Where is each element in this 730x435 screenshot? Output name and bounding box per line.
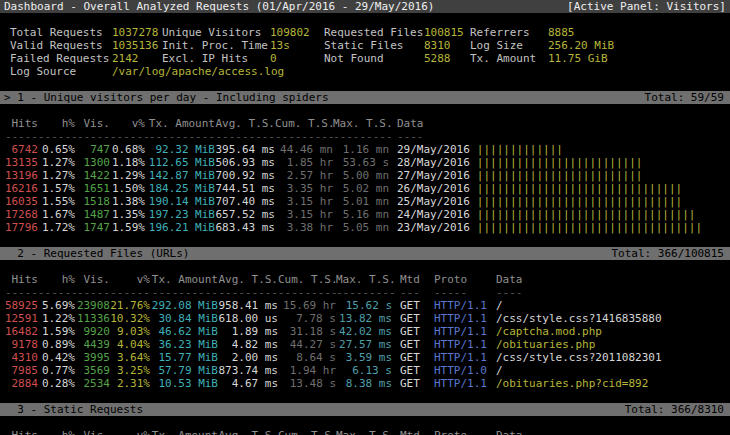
file-row[interactable]: 125911.22%1133610.32%30.84 MiB618.00 us7… <box>0 312 730 325</box>
visitors-cell: 1487 <box>75 208 110 221</box>
spacer <box>0 234 730 247</box>
separator: ----- <box>75 286 110 299</box>
max-ts-cell: 27.57 ms <box>336 338 392 351</box>
hits-percent-cell: 1.55% <box>38 195 75 208</box>
cum-ts-cell: 44.46 mn <box>275 143 333 156</box>
protocol-cell: HTTP/1.1 <box>428 325 488 338</box>
bar-chart: ||||||||||||||||||||||||| <box>477 156 643 169</box>
max-ts-cell: 13.82 ms <box>336 312 392 325</box>
column-headers: Hitsh%Vis.v%Tx. AmountAvg. T.S.Cum. T.S.… <box>0 273 730 286</box>
column-header: Vis. <box>75 117 110 130</box>
file-row[interactable]: 589255.69%2390821.76%292.08 MiB958.41 ms… <box>0 299 730 312</box>
avg-ts-cell: 683.43 ms <box>215 221 275 234</box>
tx-amount-cell: 10.53 MiB <box>150 377 218 390</box>
avg-ts-cell: 4.67 ms <box>218 377 278 390</box>
column-header: Tx. Amount <box>150 273 218 286</box>
hits-cell: 17268 <box>0 208 38 221</box>
visitors-percent-cell: 10.32% <box>110 312 150 325</box>
max-ts-cell: 5.00 mn <box>333 169 389 182</box>
hits-percent-cell: 0.89% <box>38 338 75 351</box>
visitors-percent-cell: 0.68% <box>110 143 145 156</box>
column-header: Hits <box>0 117 38 130</box>
visitors-cell: 1651 <box>75 182 110 195</box>
protocol-cell: HTTP/1.1 <box>428 299 488 312</box>
column-header: Max. T.S. <box>336 273 392 286</box>
hits-cell: 13196 <box>0 169 38 182</box>
hits-cell: 17796 <box>0 221 38 234</box>
hits-cell: 6742 <box>0 143 38 156</box>
hits-cell: 16216 <box>0 182 38 195</box>
column-header: Cum. T.S. <box>278 429 336 435</box>
visitors-percent-cell: 1.29% <box>110 169 145 182</box>
hits-percent-cell: 1.27% <box>38 169 75 182</box>
avg-ts-cell: 958.41 ms <box>218 299 278 312</box>
hits-percent-cell: 1.72% <box>38 221 75 234</box>
column-header: Avg. T.S. <box>218 429 278 435</box>
summary-value: 13s <box>270 39 324 52</box>
file-row[interactable]: 79850.77%35693.25%57.79 MiB873.74 ms1.94… <box>0 364 730 377</box>
max-ts-cell: 42.02 ms <box>336 325 392 338</box>
max-ts-cell: 8.38 ms <box>336 377 392 390</box>
summary-value: 1037278 <box>112 26 162 39</box>
hits-percent-cell: 1.27% <box>38 156 75 169</box>
separator: --------- <box>336 286 392 299</box>
visitors-percent-cell: 1.35% <box>110 208 145 221</box>
summary-label: Not Found <box>324 52 424 65</box>
request-path-cell: /obituaries.php?cid=892 <box>488 377 730 390</box>
column-header: Cum. T.S. <box>278 273 336 286</box>
hits-cell: 16482 <box>0 325 38 338</box>
panel-header-static-requests[interactable]: 3 - Static Requests Total: 366/8310 <box>0 403 730 416</box>
file-row[interactable]: 43100.42%39953.64%15.77 MiB2.00 ms8.64 s… <box>0 351 730 364</box>
file-row[interactable]: 164821.59%99209.03%46.62 MiB1.89 ms31.18… <box>0 325 730 338</box>
avg-ts-cell: 506.93 ms <box>215 156 275 169</box>
separator: ------ <box>38 130 75 143</box>
hits-percent-cell: 0.28% <box>38 377 75 390</box>
file-row[interactable]: 91780.89%44394.04%36.23 MiB4.82 ms44.27 … <box>0 338 730 351</box>
request-path-cell: / <box>488 299 730 312</box>
cum-ts-cell: 3.15 hr <box>275 195 333 208</box>
column-header: h% <box>38 273 75 286</box>
summary-label: Tx. Amount <box>470 52 548 65</box>
summary-value: /var/log/apache/access.log <box>112 65 162 78</box>
cum-ts-cell: 3.35 hr <box>275 182 333 195</box>
summary-row: Total Requests1037278Unique Visitors1098… <box>0 26 730 39</box>
summary-value: 5288 <box>424 52 470 65</box>
summary-label: Unique Visitors <box>162 26 270 39</box>
avg-ts-cell: 618.00 us <box>218 312 278 325</box>
tx-amount-cell: 112.65 MiB <box>145 156 215 169</box>
visitor-row[interactable]: 177961.72%17471.59%196.21 MiB683.43 ms3.… <box>0 221 730 234</box>
column-header: v% <box>110 429 150 435</box>
method-cell: GET <box>392 325 428 338</box>
summary-value: 2142 <box>112 52 162 65</box>
cum-ts-cell: 2.57 hr <box>275 169 333 182</box>
visitor-row[interactable]: 162161.57%16511.50%184.25 MiB744.51 ms3.… <box>0 182 730 195</box>
tx-amount-cell: 197.23 MiB <box>145 208 215 221</box>
data-cell: 23/May/2016|||||||||||||||||||||||||||||… <box>389 221 730 234</box>
panel-header-requested-files[interactable]: 2 - Requested Files (URLs) Total: 366/10… <box>0 247 730 260</box>
column-header: Tx. Amount <box>150 429 218 435</box>
visitor-row[interactable]: 67420.65%7470.68%92.32 MiB395.64 ms44.46… <box>0 143 730 156</box>
visitor-row[interactable]: 172681.67%14871.35%197.23 MiB657.52 ms3.… <box>0 208 730 221</box>
separator: --------- <box>215 130 275 143</box>
visitor-row[interactable]: 131351.27%13001.18%112.65 MiB506.93 ms1.… <box>0 156 730 169</box>
data-cell: 24/May/2016|||||||||||||||||||||||||||||… <box>389 208 730 221</box>
bar-chart: ||||||||||||||||||||||||| <box>477 169 643 182</box>
tx-amount-cell: 36.23 MiB <box>150 338 218 351</box>
hits-cell: 2884 <box>0 377 38 390</box>
protocol-cell: HTTP/1.0 <box>428 364 488 377</box>
separator-row: ----------------------------------------… <box>0 130 730 143</box>
visitors-percent-cell: 4.04% <box>110 338 150 351</box>
tx-amount-cell: 15.77 MiB <box>150 351 218 364</box>
visitor-row[interactable]: 160351.55%15181.38%190.14 MiB707.40 ms3.… <box>0 195 730 208</box>
panel-header-visitors[interactable]: > 1 - Unique visitors per day - Includin… <box>0 91 730 104</box>
visitors-cell: 3569 <box>75 364 110 377</box>
visitors-cell: 4439 <box>75 338 110 351</box>
method-cell: GET <box>392 377 428 390</box>
data-cell: 29/May/2016||||||||||||| <box>389 143 730 156</box>
file-row[interactable]: 28840.28%25342.31%10.53 MiB4.67 ms13.48 … <box>0 377 730 390</box>
avg-ts-cell: 707.40 ms <box>215 195 275 208</box>
avg-ts-cell: 4.82 ms <box>218 338 278 351</box>
cum-ts-cell: 8.64 s <box>278 351 336 364</box>
visitor-row[interactable]: 131961.27%14221.29%142.87 MiB700.92 ms2.… <box>0 169 730 182</box>
column-headers: Hitsh%Vis.v%Tx. AmountAvg. T.S.Cum. T.S.… <box>0 117 730 130</box>
